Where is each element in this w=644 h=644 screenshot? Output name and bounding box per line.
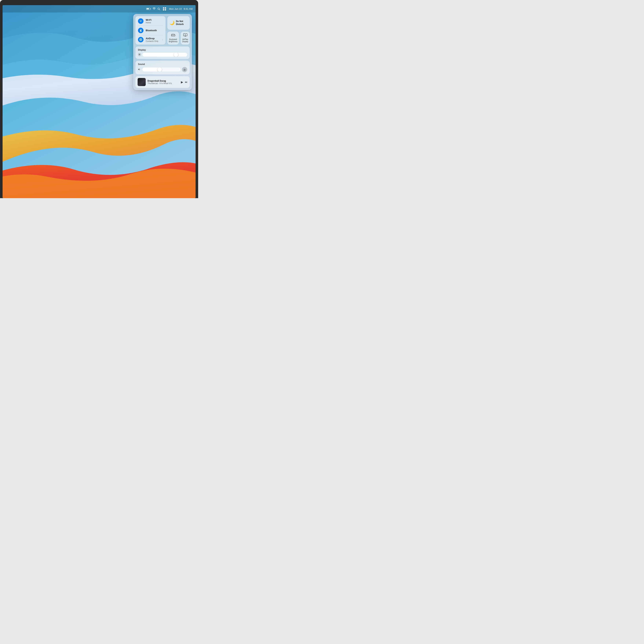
svg-point-27 [184,70,185,70]
svg-line-23 [139,54,139,54]
wifi-name: Wi-Fi [146,19,152,21]
wifi-item[interactable]: Wi-Fi Home [138,18,163,24]
menubar-search-icon[interactable] [157,8,160,10]
top-row: Wi-Fi Home Bluetooth [135,16,190,45]
brightness-icon [138,53,141,57]
menubar-items: Mon Jun 22 9:41 AM [146,7,193,10]
track-info: Dragonball Durag Thundercat - It Is What… [148,80,179,84]
sound-slider-row [138,67,187,72]
menubar-date: Mon Jun 22 [169,8,182,10]
screen: Mon Jun 22 9:41 AM [3,5,196,198]
volume-slider[interactable] [142,68,181,72]
fast-forward-button[interactable]: ⏭ [185,81,188,83]
album-art [138,78,146,86]
airdrop-text: AirDrop Contacts Only [146,37,158,42]
airdrop-icon [138,37,143,42]
svg-line-25 [140,54,141,54]
volume-icon [138,68,141,71]
bluetooth-item[interactable]: Bluetooth [138,27,163,34]
airplay-display-icon [183,33,187,38]
keyboard-brightness-icon [171,33,175,38]
small-buttons-row: Keyboard Brightness AirPl [167,32,190,45]
wifi-icon [138,18,143,24]
keyboard-brightness-button[interactable]: Keyboard Brightness [167,32,179,45]
wifi-text: Wi-Fi Home [146,19,152,24]
svg-rect-7 [172,35,172,35]
svg-rect-10 [174,35,174,35]
display-slider-row [138,53,187,57]
control-center-toggle[interactable] [162,7,167,10]
bluetooth-text: Bluetooth [146,29,157,32]
dnd-label: Do Not Disturb [176,20,188,26]
divider-1 [138,26,163,26]
control-center-panel: Wi-Fi Home Bluetooth [133,14,192,90]
divider-2 [138,35,163,35]
dnd-button[interactable]: 🌙 Do Not Disturb [167,16,190,30]
svg-line-24 [140,55,141,55]
sound-section: Sound [135,61,190,74]
svg-point-18 [139,54,140,55]
svg-point-5 [141,39,141,40]
track-artist: Thundercat - It Is What It Is [148,82,179,84]
connectivity-panel: Wi-Fi Home Bluetooth [135,16,165,45]
now-playing-section: Dragonball Durag Thundercat - It Is What… [135,76,190,88]
svg-line-26 [139,55,139,55]
svg-rect-9 [173,35,174,35]
dnd-icon: 🌙 [170,21,174,25]
menubar-wifi-icon[interactable] [153,7,156,10]
airdrop-sub: Contacts Only [146,40,158,42]
keyboard-brightness-label: Keyboard Brightness [169,38,177,43]
svg-rect-8 [172,35,173,35]
airplay-display-label: AirPlay Display [182,38,188,43]
airplay-audio-button[interactable] [182,67,187,72]
menubar-time: 9:41 AM [184,8,193,10]
airdrop-chevron: › [162,39,163,41]
sound-label: Sound [138,63,187,66]
playback-controls: ▶ ⏭ [181,80,188,84]
track-name: Dragonball Durag [148,80,179,82]
display-section: Display [135,46,190,59]
right-column: 🌙 Do Not Disturb [167,16,190,45]
svg-line-2 [159,9,160,10]
brightness-slider[interactable] [142,53,187,57]
airplay-display-button[interactable]: AirPlay Display [181,32,190,45]
wifi-sub: Home [146,21,152,24]
macbook-bezel: Mon Jun 22 9:41 AM [0,0,198,198]
play-button[interactable]: ▶ [181,80,183,84]
bluetooth-name: Bluetooth [146,29,157,32]
battery-icon [146,8,151,10]
airdrop-name: AirDrop [146,37,158,40]
menubar: Mon Jun 22 9:41 AM [3,5,196,12]
display-label: Display [138,49,187,51]
airdrop-item[interactable]: AirDrop Contacts Only › [138,37,163,43]
bluetooth-icon [138,28,143,33]
